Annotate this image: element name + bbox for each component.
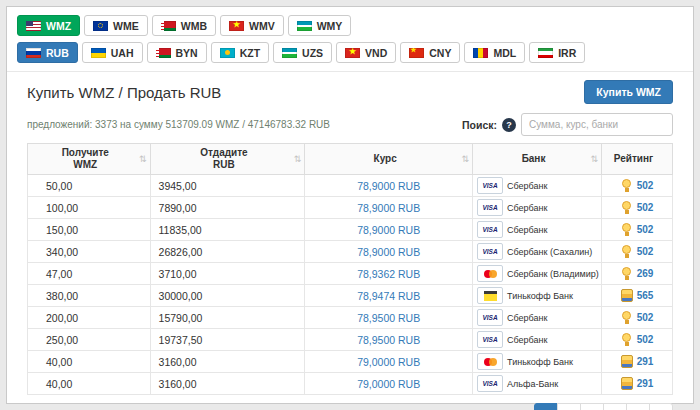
visa-icon: VISA [477,375,503,392]
rating-link[interactable]: 502 [637,312,654,323]
column-header-bank[interactable]: Банк⇅ [473,144,602,175]
page-button-1[interactable]: 1 [534,403,558,410]
offer-row[interactable]: 47,003710,0078,9362 RUBСбербанк (Владими… [28,263,673,285]
rating-medal-icon [621,179,633,192]
rating-link[interactable]: 502 [637,224,654,235]
footer-bar: показано с 1 до 10 из 3373 заявок 12345» [7,395,693,410]
page-button-3[interactable]: 3 [580,403,604,410]
page-button-5[interactable]: 5 [626,403,650,410]
receive-amount: 340,00 [28,241,151,263]
wm-tab-wmb[interactable]: WMB [152,15,216,36]
rating-link[interactable]: 269 [637,268,654,279]
offer-row[interactable]: 250,0019737,5078,9500 RUBVISAСбербанк502 [28,329,673,351]
give-amount: 3945,00 [150,175,305,197]
search-input[interactable] [521,113,673,136]
offer-row[interactable]: 100,007890,0078,9000 RUBVISAСбербанк502 [28,197,673,219]
give-amount: 30000,00 [150,285,305,307]
receive-amount: 250,00 [28,329,151,351]
rating-link[interactable]: 502 [637,202,654,213]
offers-table-wrap: ПолучитеWMZ⇅ОтдадитеRUB⇅Курс⇅Банк⇅Рейтин… [27,143,673,395]
rating-link[interactable]: 291 [637,356,654,367]
give-amount: 7890,00 [150,197,305,219]
rating-medal-icon [621,223,633,236]
offer-row[interactable]: 40,003160,0079,0000 RUBТинькофф Банк291 [28,351,673,373]
wm-tab-wmv[interactable]: WMV [220,15,284,36]
sort-icon: ⇅ [461,153,469,165]
rating-link[interactable]: 565 [637,290,654,301]
currency-tab-vnd[interactable]: VND [336,42,396,63]
md-flag-icon [473,48,488,58]
bank-name: Тинькофф Банк [507,357,573,367]
rating-link[interactable]: 291 [637,378,654,389]
give-amount: 3710,00 [150,263,305,285]
exchange-rate: 78,9362 RUB [305,263,473,285]
rating-link[interactable]: 502 [637,246,654,257]
currency-tab-irr[interactable]: IRR [529,42,585,63]
column-header-rating[interactable]: Рейтинг [602,144,673,175]
by-flag-icon [161,21,176,31]
page-title: Купить WMZ / Продать RUB [27,84,221,101]
receive-amount: 50,00 [28,175,151,197]
offer-row[interactable]: 50,003945,0078,9000 RUBVISAСбербанк502 [28,175,673,197]
receive-amount: 47,00 [28,263,151,285]
rating-medal-icon [621,311,633,324]
column-header-receive[interactable]: ПолучитеWMZ⇅ [28,144,151,175]
currency-tab-uzs[interactable]: UZS [273,42,332,63]
page-button-next[interactable]: » [649,403,673,410]
exchange-rate: 79,0000 RUB [305,351,473,373]
vn-flag-icon [345,48,360,58]
offer-row[interactable]: 150,0011835,0078,9000 RUBVISAСбербанк502 [28,219,673,241]
column-header-rate[interactable]: Курс⇅ [305,144,473,175]
buy-wmz-button[interactable]: Купить WMZ [584,80,673,104]
tab-label: VND [365,47,387,59]
offer-row[interactable]: 200,0015790,0078,9500 RUBVISAСбербанк502 [28,307,673,329]
currency-tab-rub[interactable]: RUB [17,42,78,63]
rating-link[interactable]: 502 [637,334,654,345]
currency-tab-byn[interactable]: BYN [147,42,207,63]
currency-tab-cny[interactable]: CNY [400,42,460,63]
bank-name: Сбербанк [507,313,547,323]
page-button-4[interactable]: 4 [603,403,627,410]
offers-table: ПолучитеWMZ⇅ОтдадитеRUB⇅Курс⇅Банк⇅Рейтин… [27,143,673,395]
offer-row[interactable]: 380,0030000,0078,9474 RUBТинькофф Банк56… [28,285,673,307]
cn-flag-icon [409,48,424,58]
tab-label: RUB [46,47,69,59]
mastercard-icon [477,353,503,370]
rating-medal-icon [621,333,633,346]
offer-row[interactable]: 40,003160,0079,0000 RUBVISAАльфа-Банк291 [28,373,673,395]
bank-name: Сбербанк (Сахалин) [507,247,592,257]
tinkoff-icon [477,287,503,304]
receive-amount: 200,00 [28,307,151,329]
rating-cell: 291 [602,373,673,395]
info-icon[interactable]: ? [502,118,516,132]
rating-link[interactable]: 502 [637,180,654,191]
tab-label: UZS [302,47,323,59]
offer-row[interactable]: 340,0026826,0078,9000 RUBVISAСбербанк (С… [28,241,673,263]
rating-medal-icon [621,245,633,258]
search-label: Поиск: [462,119,497,131]
give-amount: 26826,00 [150,241,305,263]
column-header-give[interactable]: ОтдадитеRUB⇅ [150,144,305,175]
fiat-currency-tabs: RUBUAHBYNKZTUZSVNDCNYMDLIRR [17,42,693,63]
ru-flag-icon [26,48,41,58]
wm-tab-wme[interactable]: WME [84,15,148,36]
bank-name: Сбербанк [507,335,547,345]
bank-cell: VISAСбербанк [473,329,602,351]
page-button-2[interactable]: 2 [557,403,581,410]
currency-tab-uah[interactable]: UAH [82,42,143,63]
exchange-rate: 78,9500 RUB [305,307,473,329]
ir-flag-icon [538,48,553,58]
bank-cell: VISAАльфа-Банк [473,373,602,395]
wm-tab-wmy[interactable]: WMY [288,15,352,36]
rating-medal-icon [621,377,633,390]
currency-tab-kzt[interactable]: KZT [211,42,269,63]
bank-cell: VISAСбербанк [473,307,602,329]
rating-medal-icon [621,355,633,368]
uz-flag-icon [282,48,297,58]
rating-cell: 565 [602,285,673,307]
wm-tab-wmz[interactable]: WMZ [17,15,80,36]
currency-tab-mdl[interactable]: MDL [464,42,525,63]
bank-cell: VISAСбербанк [473,197,602,219]
visa-icon: VISA [477,221,503,238]
receive-amount: 40,00 [28,351,151,373]
